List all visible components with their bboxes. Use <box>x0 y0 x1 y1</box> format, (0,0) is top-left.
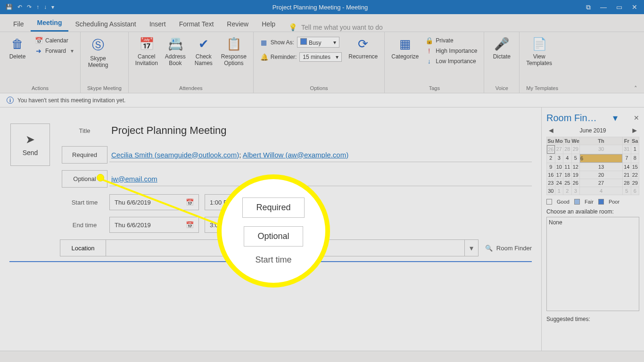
calendar-day[interactable]: 4 <box>563 154 571 163</box>
low-importance-button[interactable]: ↓Low Importance <box>425 58 477 65</box>
maximize-icon[interactable]: ▭ <box>616 3 622 11</box>
tab-format-text[interactable]: Format Text <box>173 16 221 32</box>
title-input[interactable]: Project Planning Meeting <box>109 122 532 140</box>
tell-me-search[interactable]: 💡 Tell me what you want to do <box>289 23 383 32</box>
next-month-button[interactable]: ► <box>631 126 638 135</box>
recurrence-button[interactable]: ⟳ Recurrence <box>348 37 378 60</box>
calendar-day[interactable]: 5 <box>623 187 631 195</box>
down-icon[interactable]: ↓ <box>44 4 47 10</box>
info-text: You haven't sent this meeting invitation… <box>17 97 125 104</box>
optional-input[interactable]: jw@email.com <box>109 172 532 186</box>
calendar-day[interactable]: 3 <box>572 187 580 195</box>
cancel-invitation-button[interactable]: 📅 Cancel Invitation <box>135 37 158 67</box>
calendar-day[interactable]: 19 <box>572 171 580 179</box>
reminder-dropdown[interactable]: 15 minutes ▾ <box>299 52 342 62</box>
tab-review[interactable]: Review <box>220 16 255 32</box>
calendar-day[interactable]: 21 <box>623 171 631 179</box>
address-book-button[interactable]: 📇 Address Book <box>165 37 186 67</box>
delete-button[interactable]: 🗑 Delete <box>7 37 28 60</box>
calendar-day[interactable]: 30 <box>580 145 622 154</box>
forward-button[interactable]: ➜ Forward ▾ <box>35 47 74 55</box>
calendar-day[interactable]: 15 <box>631 163 639 171</box>
attendee-link[interactable]: Albert Willow (aw@example.com) <box>243 151 348 159</box>
private-button[interactable]: 🔒Private <box>425 37 477 44</box>
calendar-day[interactable]: 4 <box>580 187 622 195</box>
calendar-day[interactable]: 5 <box>572 154 580 163</box>
save-icon[interactable]: 💾 <box>6 4 13 10</box>
redo-icon[interactable]: ↷ <box>27 4 32 10</box>
calendar-day[interactable]: 8 <box>631 154 639 163</box>
calendar-day[interactable]: 11 <box>563 163 571 171</box>
required-button[interactable]: Required <box>62 146 107 164</box>
calendar-day[interactable]: 9 <box>547 163 555 171</box>
location-dropdown[interactable]: ▾ <box>464 240 478 256</box>
minimize-icon[interactable]: — <box>600 3 607 11</box>
tab-scheduling-assistant[interactable]: Scheduling Assistant <box>68 16 142 32</box>
calendar-day[interactable]: 24 <box>555 179 563 187</box>
close-icon[interactable]: ✕ <box>632 3 637 11</box>
calendar-day[interactable]: 26 <box>572 179 580 187</box>
calendar-day[interactable]: 22 <box>631 171 639 179</box>
calendar-day[interactable]: 18 <box>563 171 571 179</box>
up-icon[interactable]: ↑ <box>36 4 39 10</box>
view-templates-button[interactable]: 📄 View Templates <box>526 37 552 67</box>
calendar-day[interactable]: 13 <box>580 163 622 171</box>
calendar-day[interactable]: 1 <box>555 187 563 195</box>
send-button[interactable]: ➤ Send <box>10 123 50 166</box>
calendar-day[interactable]: 6 <box>580 154 622 163</box>
qat-more-icon[interactable]: ▾ <box>51 4 54 10</box>
calendar-button[interactable]: 📅 Calendar <box>35 37 74 44</box>
calendar-day[interactable]: 31 <box>623 145 631 154</box>
calendar-day[interactable]: 16 <box>547 171 555 179</box>
undo-icon[interactable]: ↶ <box>17 4 22 10</box>
check-names-button[interactable]: ✔ Check Names <box>193 37 215 67</box>
show-as-dropdown[interactable]: Busy ▾ <box>297 37 339 48</box>
tab-file[interactable]: File <box>7 16 31 32</box>
delete-label: Delete <box>9 53 26 60</box>
tab-help[interactable]: Help <box>255 16 282 32</box>
calendar-day[interactable]: 10 <box>555 163 563 171</box>
calendar-day[interactable]: 27 <box>555 145 563 154</box>
room-finder-button[interactable]: 🔍 Room Finder <box>485 245 532 252</box>
skype-meeting-button[interactable]: Ⓢ Skype Meeting <box>87 37 109 69</box>
calendar-day[interactable]: 3 <box>555 154 563 163</box>
close-pane-icon[interactable]: ✕ <box>634 114 639 122</box>
categorize-button[interactable]: ▦ Categorize <box>391 37 419 60</box>
calendar-day[interactable]: 29 <box>631 179 639 187</box>
response-options-button[interactable]: 📋 Response Options <box>221 37 247 67</box>
calendar-day[interactable]: 29 <box>572 145 580 154</box>
high-importance-button[interactable]: !High Importance <box>425 47 477 55</box>
calendar-day[interactable]: 2 <box>547 154 555 163</box>
calendar-grid[interactable]: SuMoTuWeThFrSa26272829303112345678910111… <box>546 137 639 195</box>
calendar-day[interactable]: 12 <box>572 163 580 171</box>
prev-month-button[interactable]: ◄ <box>547 126 555 135</box>
calendar-day[interactable]: 6 <box>631 187 639 195</box>
location-button[interactable]: Location <box>60 240 106 256</box>
calendar-day[interactable]: 26 <box>547 145 555 154</box>
start-date-picker[interactable]: Thu 6/6/2019 📅 <box>109 194 199 210</box>
attendee-link[interactable]: Cecilia Smith (seamguide@outlook.com) <box>111 151 239 159</box>
calendar-day[interactable]: 28 <box>623 179 631 187</box>
calendar-day[interactable]: 14 <box>623 163 631 171</box>
popin-icon[interactable]: ⧉ <box>586 3 591 11</box>
calendar-day[interactable]: 2 <box>563 187 571 195</box>
calendar-day[interactable]: 30 <box>547 187 555 195</box>
required-input[interactable]: Cecilia Smith (seamguide@outlook.com); A… <box>109 148 532 162</box>
ribbon-collapse-button[interactable]: ˄ <box>627 32 644 93</box>
pane-menu-icon[interactable]: ▾ <box>613 112 618 123</box>
calendar-day[interactable]: 1 <box>631 145 639 154</box>
attendee-link[interactable]: jw@email.com <box>111 175 157 183</box>
end-date-picker[interactable]: Thu 6/6/2019 📅 <box>109 217 199 233</box>
room-list[interactable]: None <box>546 217 639 311</box>
tab-meeting[interactable]: Meeting <box>31 15 69 32</box>
calendar-day[interactable]: 28 <box>563 145 571 154</box>
tab-insert[interactable]: Insert <box>143 16 173 32</box>
calendar-day[interactable]: 20 <box>580 171 622 179</box>
calendar-day[interactable]: 17 <box>555 171 563 179</box>
calendar-day[interactable]: 23 <box>547 179 555 187</box>
calendar-day[interactable]: 7 <box>623 154 631 163</box>
calendar-day[interactable]: 27 <box>580 179 622 187</box>
dictate-button[interactable]: 🎤 Dictate <box>491 37 512 60</box>
calendar-dow: Su <box>547 137 555 145</box>
calendar-day[interactable]: 25 <box>563 179 571 187</box>
